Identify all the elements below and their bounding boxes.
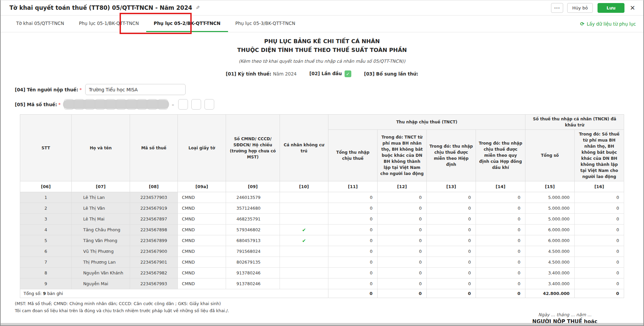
field-03-supplement: [03] Bổ sung lần thứ:: [364, 71, 418, 77]
cell-doc-type[interactable]: CMND: [178, 214, 226, 225]
cell-11[interactable]: 0: [328, 235, 378, 246]
cell-nonresident[interactable]: ✔: [280, 235, 328, 246]
cell-15[interactable]: 5.000.000: [525, 214, 575, 225]
cell-doc-no[interactable]: 913780246: [226, 278, 280, 289]
cell-doc-no[interactable]: 357124680: [226, 203, 280, 214]
cell-16[interactable]: 0: [575, 268, 624, 278]
cell-15[interactable]: 3.400.000: [525, 268, 575, 278]
cell-14[interactable]: 0: [476, 203, 525, 214]
cell-doc-no[interactable]: 579346802: [226, 225, 280, 235]
get-data-from-appendix-link[interactable]: ⟳ Lấy dữ liệu từ phụ lục: [580, 16, 636, 32]
cell-doc-no[interactable]: 246013579: [226, 192, 280, 203]
cell-13[interactable]: 0: [427, 257, 476, 268]
cancel-button[interactable]: Hủy bỏ: [567, 3, 593, 13]
cell-11[interactable]: 0: [328, 278, 378, 289]
cell-14[interactable]: 0: [476, 246, 525, 257]
cell-13[interactable]: 0: [427, 203, 476, 214]
form-title-line2: THUỘC DIỆN TÍNH THUẾ THEO THUẾ SUẤT TOÀN…: [15, 46, 629, 55]
cell-13[interactable]: 0: [427, 192, 476, 203]
cell-14[interactable]: 0: [476, 225, 525, 235]
cell-doc-type[interactable]: CMND: [178, 246, 226, 257]
cell-13[interactable]: 0: [427, 278, 476, 289]
cell-11[interactable]: 0: [328, 203, 378, 214]
cell-16[interactable]: 0: [575, 214, 624, 225]
cell-name: Thị Phương Lan: [72, 257, 130, 268]
cell-13[interactable]: 0: [427, 214, 476, 225]
cell-doc-type[interactable]: CMND: [178, 268, 226, 278]
cell-nonresident[interactable]: [280, 214, 328, 225]
cell-16[interactable]: 0: [575, 257, 624, 268]
cell-doc-type[interactable]: CMND: [178, 235, 226, 246]
tab-phu-luc-05-2[interactable]: Phụ lục 05-2/BK-QTT-TNCN: [146, 16, 228, 32]
cell-11[interactable]: 0: [328, 268, 378, 278]
cell-13[interactable]: 0: [427, 268, 476, 278]
cell-12[interactable]: 0: [378, 203, 427, 214]
cell-12[interactable]: 0: [378, 214, 427, 225]
cell-13[interactable]: 0: [427, 246, 476, 257]
cell-15[interactable]: 6.000.000: [525, 225, 575, 235]
cell-12[interactable]: 0: [378, 257, 427, 268]
cell-doc-type[interactable]: CMND: [178, 278, 226, 289]
bottom-scrollbar[interactable]: [1, 323, 643, 325]
cell-14[interactable]: 0: [476, 192, 525, 203]
cell-14[interactable]: 0: [476, 278, 525, 289]
cell-stt: 3: [20, 214, 72, 225]
cell-14[interactable]: 0: [476, 257, 525, 268]
cell-doc-type[interactable]: CMND: [178, 257, 226, 268]
tax-code-suffix-boxes[interactable]: [178, 99, 214, 110]
cell-doc-no[interactable]: 802679135: [226, 257, 280, 268]
cell-doc-no[interactable]: 913780246: [226, 268, 280, 278]
cell-16[interactable]: 0: [575, 246, 624, 257]
cell-15[interactable]: 4.500.000: [525, 246, 575, 257]
cell-12[interactable]: 0: [378, 278, 427, 289]
cell-16[interactable]: 0: [575, 235, 624, 246]
cell-14[interactable]: 0: [476, 235, 525, 246]
close-icon[interactable]: ✕: [630, 5, 635, 11]
cell-12[interactable]: 0: [378, 235, 427, 246]
cell-nonresident[interactable]: [280, 203, 328, 214]
cell-doc-no[interactable]: 680457913: [226, 235, 280, 246]
cell-15[interactable]: 3.400.000: [525, 278, 575, 289]
tab-to-khai-05-qtt-tncn[interactable]: Tờ khai 05/QTT-TNCN: [9, 16, 71, 32]
cell-15[interactable]: 5.000.000: [525, 192, 575, 203]
cell-11[interactable]: 0: [328, 246, 378, 257]
cell-nonresident[interactable]: [280, 192, 328, 203]
cell-doc-type[interactable]: CMND: [178, 203, 226, 214]
cell-12[interactable]: 0: [378, 225, 427, 235]
tab-phu-luc-05-3[interactable]: Phụ lục 05-3/BK-QTT-TNCN: [228, 16, 303, 32]
cell-nonresident[interactable]: [280, 268, 328, 278]
cell-11[interactable]: 0: [328, 257, 378, 268]
cell-15[interactable]: 6.000.000: [525, 235, 575, 246]
cell-nonresident[interactable]: [280, 246, 328, 257]
cell-13[interactable]: 0: [427, 225, 476, 235]
tab-phu-luc-05-1[interactable]: Phụ lục 05-1/BK-QTT-TNCN: [71, 16, 146, 32]
cell-12[interactable]: 0: [378, 246, 427, 257]
cell-nonresident[interactable]: [280, 257, 328, 268]
cell-12[interactable]: 0: [378, 192, 427, 203]
cell-16[interactable]: 0: [575, 278, 624, 289]
first-time-checkbox[interactable]: ✓: [345, 70, 351, 77]
cell-16[interactable]: 0: [575, 192, 624, 203]
taxpayer-name-input[interactable]: [85, 84, 186, 95]
cell-16[interactable]: 0: [575, 203, 624, 214]
cell-doc-no[interactable]: 791568024: [226, 246, 280, 257]
cell-11[interactable]: 0: [328, 214, 378, 225]
cell-11[interactable]: 0: [328, 192, 378, 203]
cell-nonresident[interactable]: [280, 278, 328, 289]
cell-13[interactable]: 0: [427, 235, 476, 246]
more-actions-button[interactable]: ···: [551, 3, 563, 13]
cell-doc-no[interactable]: 468235791: [226, 214, 280, 225]
cell-12[interactable]: 0: [378, 268, 427, 278]
tax-code-boxes[interactable]: [64, 99, 168, 110]
save-button[interactable]: Lưu: [598, 3, 624, 13]
cell-14[interactable]: 0: [476, 214, 525, 225]
cell-15[interactable]: 4.500.000: [525, 257, 575, 268]
cell-nonresident[interactable]: ✔: [280, 225, 328, 235]
cell-16[interactable]: 0: [575, 225, 624, 235]
cell-doc-type[interactable]: CMND: [178, 225, 226, 235]
cell-14[interactable]: 0: [476, 268, 525, 278]
cell-11[interactable]: 0: [328, 225, 378, 235]
cell-15[interactable]: 5.000.000: [525, 203, 575, 214]
cell-doc-type[interactable]: CMND: [178, 192, 226, 203]
edit-icon[interactable]: ✎: [196, 5, 200, 11]
